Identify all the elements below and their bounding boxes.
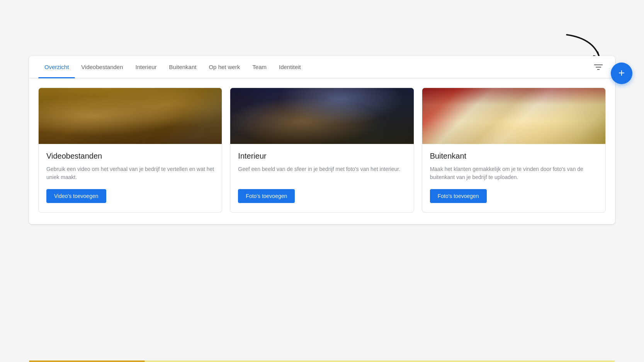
add-videos-button[interactable]: Video's toevoegen [46, 189, 106, 203]
card-thumbnail-interieur [230, 88, 413, 144]
scroll-indicator [29, 360, 615, 362]
tab-buitenkant[interactable]: Buitenkant [163, 56, 203, 78]
card-desc-videobestanden: Gebruik een video om het verhaal van je … [46, 165, 214, 181]
tab-op-het-werk[interactable]: Op het werk [202, 56, 246, 78]
card-image-videobestanden [39, 88, 222, 144]
plus-icon: + [619, 68, 625, 78]
card-desc-interieur: Geef een beeld van de sfeer in je bedrij… [238, 165, 406, 181]
card-desc-buitenkant: Maak het klanten gemakkelijk om je te vi… [430, 165, 598, 181]
page-wrapper: + Overzicht Videobestanden Interieur Bui… [0, 0, 644, 362]
card-thumbnail-videobestanden [39, 88, 222, 144]
card-body-buitenkant: Buitenkant Maak het klanten gemakkelijk … [422, 144, 605, 212]
main-container: Overzicht Videobestanden Interieur Buite… [29, 56, 615, 224]
card-body-videobestanden: Videobestanden Gebruik een video om het … [39, 144, 222, 212]
card-image-buitenkant [422, 88, 605, 144]
cards-grid: Videobestanden Gebruik een video om het … [29, 78, 615, 224]
filter-button[interactable] [591, 61, 606, 74]
add-button[interactable]: + [611, 63, 632, 84]
add-photos-interieur-button[interactable]: Foto's toevoegen [238, 189, 295, 203]
tab-identiteit[interactable]: Identiteit [273, 56, 307, 78]
filter-icon [594, 64, 603, 71]
tab-overzicht[interactable]: Overzicht [38, 56, 75, 78]
scroll-thumb [29, 360, 145, 362]
card-image-interieur [230, 88, 413, 144]
tab-interieur[interactable]: Interieur [129, 56, 163, 78]
card-videobestanden: Videobestanden Gebruik een video om het … [38, 88, 222, 213]
card-buitenkant: Buitenkant Maak het klanten gemakkelijk … [422, 88, 606, 213]
tab-team[interactable]: Team [246, 56, 273, 78]
tab-videobestanden[interactable]: Videobestanden [75, 56, 129, 78]
add-photos-buitenkant-button[interactable]: Foto's toevoegen [430, 189, 487, 203]
card-thumbnail-buitenkant [422, 88, 605, 144]
card-body-interieur: Interieur Geef een beeld van de sfeer in… [230, 144, 413, 212]
card-title-buitenkant: Buitenkant [430, 152, 598, 161]
card-interieur: Interieur Geef een beeld van de sfeer in… [230, 88, 414, 213]
tab-navigation: Overzicht Videobestanden Interieur Buite… [29, 56, 615, 78]
card-title-videobestanden: Videobestanden [46, 152, 214, 161]
card-title-interieur: Interieur [238, 152, 406, 161]
